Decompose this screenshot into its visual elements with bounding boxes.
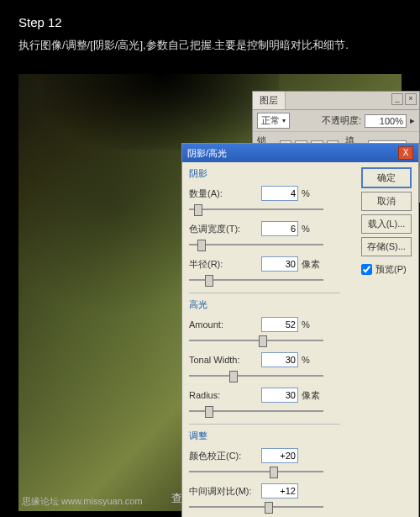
opacity-chevron-icon[interactable]: ▸ <box>410 115 415 126</box>
panel-minimize-icon[interactable]: _ <box>391 93 403 105</box>
shadow-radius-label: 半径(R): <box>189 258 261 271</box>
adjust-heading: 调整 <box>189 430 340 442</box>
percent-unit: % <box>302 319 310 330</box>
layers-tab[interactable]: 图层 <box>253 92 286 109</box>
instruction-text: 执行图像/调整/[阴影/高光],参数自己把握.主要是控制明暗对比和细节. <box>0 29 420 60</box>
dialog-title: 阴影/高光 <box>187 147 227 160</box>
color-correct-slider[interactable] <box>189 466 323 477</box>
shadow-radius-input[interactable] <box>261 256 298 272</box>
highlight-amount-slider[interactable] <box>189 335 323 346</box>
pixel-unit: 像素 <box>302 258 320 271</box>
percent-unit: % <box>302 188 310 198</box>
highlight-tonal-label: Tonal Width: <box>189 355 261 365</box>
watermark-left: 思缘论坛 www.missyuan.com <box>22 495 143 508</box>
highlight-amount-input[interactable] <box>261 317 298 332</box>
preview-checkbox[interactable]: 预览(P) <box>361 263 412 276</box>
step-number: Step 12 <box>0 0 420 29</box>
color-correct-label: 颜色校正(C): <box>189 450 261 462</box>
shadow-tonal-slider[interactable] <box>189 239 323 251</box>
panel-window-controls: _ × <box>391 93 417 105</box>
panel-close-icon[interactable]: × <box>405 93 417 105</box>
shadow-highlight-dialog: 阴影/高光 X 确定 取消 载入(L)... 存储(S)... 预览(P) 阴影… <box>181 143 419 517</box>
midtone-input[interactable] <box>261 483 298 499</box>
highlight-tonal-slider[interactable] <box>189 370 323 382</box>
highlight-radius-slider[interactable] <box>189 405 323 417</box>
shadow-amount-input[interactable] <box>261 186 298 201</box>
close-icon[interactable]: X <box>398 146 413 160</box>
preview-check-input[interactable] <box>361 264 372 275</box>
percent-unit: % <box>302 224 310 234</box>
ok-button[interactable]: 确定 <box>361 167 412 188</box>
shadow-heading: 阴影 <box>189 167 340 180</box>
preview-label: 预览(P) <box>375 263 407 276</box>
blend-mode-select[interactable]: 正常 <box>257 113 290 129</box>
color-correct-input[interactable] <box>261 448 298 463</box>
hair-overlay <box>44 74 279 150</box>
highlight-radius-label: Radius: <box>189 390 261 400</box>
midtone-slider[interactable] <box>189 501 323 513</box>
highlight-radius-input[interactable] <box>261 388 298 403</box>
opacity-input[interactable]: 100% <box>365 114 407 128</box>
shadow-tonal-input[interactable] <box>261 221 298 236</box>
pixel-unit: 像素 <box>302 389 320 402</box>
shadow-amount-label: 数量(A): <box>189 187 261 200</box>
highlight-tonal-input[interactable] <box>261 352 298 367</box>
opacity-label: 不透明度: <box>322 114 361 127</box>
midtone-label: 中间调对比(M): <box>189 485 261 498</box>
shadow-radius-slider[interactable] <box>189 274 323 286</box>
shadow-tonal-label: 色调宽度(T): <box>189 223 261 235</box>
shadow-amount-slider[interactable] <box>189 203 323 215</box>
percent-unit: % <box>302 355 310 365</box>
cancel-button[interactable]: 取消 <box>361 192 412 211</box>
dialog-titlebar[interactable]: 阴影/高光 X <box>182 144 418 162</box>
highlight-heading: 高光 <box>189 298 340 311</box>
highlight-amount-label: Amount: <box>189 319 261 330</box>
load-button[interactable]: 载入(L)... <box>361 214 412 234</box>
save-button[interactable]: 存储(S)... <box>361 237 412 256</box>
